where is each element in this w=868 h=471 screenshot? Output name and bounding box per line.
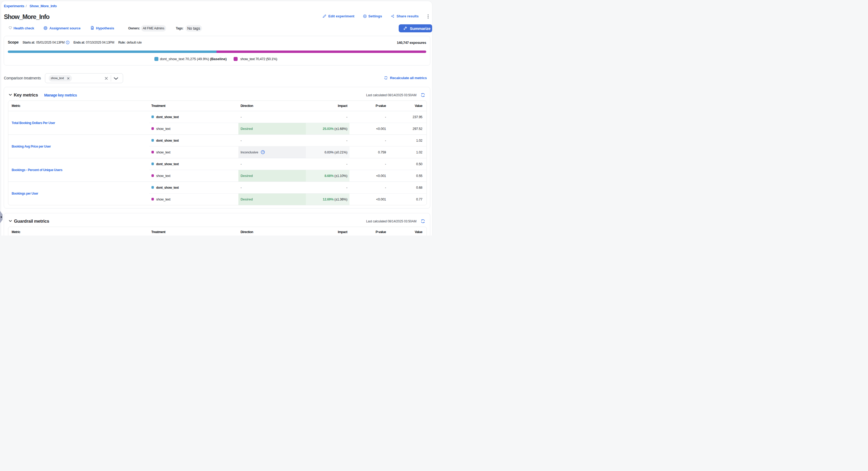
svg-text:?: ?: [262, 151, 264, 154]
